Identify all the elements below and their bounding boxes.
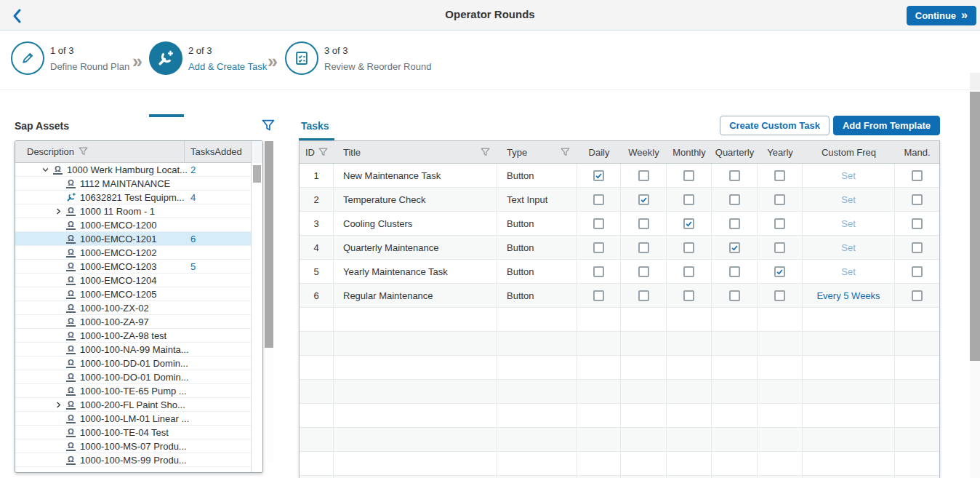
collapse-chevron-icon[interactable] (41, 166, 49, 174)
assets-filter-icon[interactable] (262, 119, 275, 132)
type-filter-icon[interactable] (561, 148, 570, 157)
weekly-checkbox[interactable] (638, 194, 649, 205)
add-from-template-button[interactable]: Add From Template (833, 116, 940, 135)
tree-row[interactable]: Ω1000-100-MS-07 Produ... (15, 439, 251, 453)
task-row[interactable]: 4Quarterly MaintenanceButtonSet (300, 236, 939, 260)
yearly-checkbox[interactable] (774, 170, 785, 181)
wizard-step-1[interactable]: 1 of 3 Define Round Plan (11, 41, 129, 75)
custom-freq-link[interactable]: Set (841, 170, 856, 181)
tree-row[interactable]: Ω1000-100-ZA-97 (15, 315, 251, 329)
id-filter-icon[interactable] (318, 148, 328, 157)
tree-row[interactable]: Ω1000 Werk Hamburg Locat...2 (15, 163, 251, 177)
weekly-checkbox[interactable] (638, 242, 649, 253)
yearly-checkbox[interactable] (774, 266, 785, 277)
tree-row[interactable]: Ω1000-100-TE-65 Pump ... (15, 384, 251, 398)
tree-row[interactable]: Ω1000-200-FL Paint Sho... (15, 398, 251, 412)
mand-checkbox[interactable] (912, 242, 923, 253)
daily-checkbox[interactable] (593, 290, 604, 301)
weekly-checkbox[interactable] (638, 170, 649, 181)
monthly-checkbox[interactable] (683, 218, 694, 229)
daily-checkbox[interactable] (593, 194, 604, 205)
task-row[interactable]: 2Temperature CheckText InputSet (300, 188, 939, 212)
task-id: 1 (300, 164, 334, 188)
expand-chevron-icon[interactable] (55, 207, 63, 215)
task-row[interactable]: 6Regular MaintenanceButtonEvery 5 Weeks (300, 284, 939, 308)
tree-scrollbar-thumb[interactable] (253, 165, 261, 183)
wizard-step-2[interactable]: 2 of 3 Add & Create Task (149, 41, 267, 75)
expand-chevron-icon[interactable] (55, 401, 63, 409)
monthly-checkbox[interactable] (683, 194, 694, 205)
mand-checkbox[interactable] (912, 170, 923, 181)
mand-cell (895, 212, 939, 236)
tree-row[interactable]: Ω1000-100-ZX-02 (15, 301, 251, 315)
mand-checkbox[interactable] (912, 290, 923, 301)
tree-row[interactable]: Ω1000 11 Room - 1 (15, 204, 251, 218)
daily-checkbox[interactable] (593, 242, 604, 253)
continue-button[interactable]: Continue » (907, 6, 976, 25)
expander-slot[interactable] (53, 399, 63, 410)
yearly-checkbox[interactable] (774, 290, 785, 301)
monthly-checkbox[interactable] (683, 266, 694, 277)
task-row[interactable]: 5Yearly Maintenance TaskButtonSet (300, 260, 939, 284)
panel-scrollbar[interactable] (265, 141, 273, 461)
wizard-step-3[interactable]: 3 of 3 Review & Reorder Round (285, 41, 431, 75)
monthly-cell (667, 260, 712, 284)
tree-row[interactable]: 10632821 Test Equipm...4 (15, 191, 251, 204)
weekly-checkbox[interactable] (638, 218, 649, 229)
expander-slot[interactable] (40, 164, 50, 175)
custom-freq-link[interactable]: Set (841, 218, 856, 229)
custom-freq-link[interactable]: Set (841, 266, 856, 277)
tree-row[interactable]: Ω1000-100-TE-04 Test (15, 426, 251, 439)
yearly-checkbox[interactable] (774, 218, 785, 229)
add-equipment-icon (66, 192, 76, 202)
quarterly-checkbox[interactable] (729, 290, 740, 301)
mand-checkbox[interactable] (912, 194, 923, 205)
mand-checkbox[interactable] (912, 266, 923, 277)
daily-checkbox[interactable] (593, 266, 604, 277)
tree-row[interactable]: Ω1000-100-DD-01 Domin... (15, 356, 251, 370)
description-filter-icon[interactable] (79, 147, 88, 156)
tree-row[interactable]: Ω1000-EMCO-1205 (15, 287, 251, 301)
tree-row[interactable]: Ω1000-100-ZA-98 test (15, 329, 251, 343)
tab-tasks[interactable]: Tasks (299, 120, 332, 132)
tree-row[interactable]: Ω1000-EMCO-1200 (15, 218, 251, 232)
quarterly-checkbox[interactable] (729, 218, 740, 229)
page-scrollbar-thumb[interactable] (970, 92, 980, 361)
tree-scrollbar[interactable] (251, 163, 262, 472)
custom-freq-link[interactable]: Every 5 Weeks (816, 290, 880, 301)
mand-checkbox[interactable] (912, 218, 923, 229)
tree-row[interactable]: Ω1000-100-NA-99 Mainta... (15, 343, 251, 356)
title-filter-icon[interactable] (481, 148, 490, 157)
quarterly-checkbox[interactable] (729, 266, 740, 277)
daily-checkbox[interactable] (593, 218, 604, 229)
monthly-checkbox[interactable] (683, 242, 694, 253)
tree-row[interactable]: Ω1000-EMCO-12016 (15, 232, 251, 246)
weekly-checkbox[interactable] (638, 266, 649, 277)
monthly-checkbox[interactable] (683, 170, 694, 181)
task-row[interactable]: 1New Maintenance TaskButtonSet (300, 164, 939, 188)
task-row[interactable]: 3Cooling ClustersButtonSet (300, 212, 939, 236)
tree-row[interactable]: Ω1000-100-MS-99 Produ... (15, 453, 251, 467)
continue-label: Continue (915, 10, 956, 21)
tree-row[interactable]: Ω1000-EMCO-1202 (15, 246, 251, 260)
weekly-checkbox[interactable] (638, 290, 649, 301)
monthly-checkbox[interactable] (683, 290, 694, 301)
tree-row[interactable]: Ω1000-EMCO-12035 (15, 260, 251, 274)
tree-row[interactable]: Ω1112 MAINTANANCE (15, 177, 251, 191)
tree-row[interactable]: Ω1000-100-DO-01 Domin... (15, 370, 251, 384)
custom-freq-link[interactable]: Set (841, 242, 856, 253)
custom-freq-link[interactable]: Set (841, 194, 856, 205)
tree-row[interactable]: Ω1000-EMCO-1204 (15, 274, 251, 287)
expander-slot[interactable] (53, 206, 63, 216)
panel-scrollbar-thumb[interactable] (265, 141, 273, 348)
scrollbar-cap (251, 141, 262, 163)
yearly-checkbox[interactable] (774, 194, 785, 205)
quarterly-checkbox[interactable] (729, 242, 740, 253)
page-scrollbar[interactable] (970, 90, 980, 478)
yearly-checkbox[interactable] (774, 242, 785, 253)
quarterly-checkbox[interactable] (729, 194, 740, 205)
quarterly-checkbox[interactable] (729, 170, 740, 181)
create-custom-task-button[interactable]: Create Custom Task (720, 116, 830, 135)
tree-row[interactable]: Ω1000-100-LM-01 Linear ... (15, 412, 251, 426)
daily-checkbox[interactable] (593, 170, 604, 181)
